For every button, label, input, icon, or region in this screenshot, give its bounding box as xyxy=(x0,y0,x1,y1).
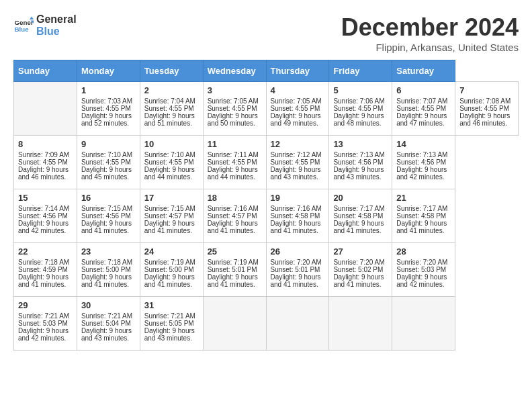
table-row: 1Sunrise: 7:03 AMSunset: 4:55 PMDaylight… xyxy=(77,82,140,136)
calendar-week-5: 29Sunrise: 7:21 AMSunset: 5:03 PMDayligh… xyxy=(14,297,519,351)
table-row: 12Sunrise: 7:12 AMSunset: 4:55 PMDayligh… xyxy=(266,136,329,189)
table-row: 30Sunrise: 7:21 AMSunset: 5:04 PMDayligh… xyxy=(77,297,140,351)
table-row: 20Sunrise: 7:17 AMSunset: 4:58 PMDayligh… xyxy=(329,189,392,243)
table-row xyxy=(203,297,266,351)
table-row: 17Sunrise: 7:15 AMSunset: 4:57 PMDayligh… xyxy=(140,189,203,243)
logo-general: General xyxy=(36,13,77,25)
table-row: 6Sunrise: 7:07 AMSunset: 4:55 PMDaylight… xyxy=(392,82,455,136)
table-row: 13Sunrise: 7:13 AMSunset: 4:56 PMDayligh… xyxy=(329,136,392,189)
table-row: 11Sunrise: 7:11 AMSunset: 4:55 PMDayligh… xyxy=(203,136,266,189)
table-row: 24Sunrise: 7:19 AMSunset: 5:00 PMDayligh… xyxy=(140,243,203,297)
table-row: 14Sunrise: 7:13 AMSunset: 4:56 PMDayligh… xyxy=(392,136,455,189)
col-monday: Monday xyxy=(77,60,140,82)
table-row: 4Sunrise: 7:05 AMSunset: 4:55 PMDaylight… xyxy=(266,82,329,136)
header-row: Sunday Monday Tuesday Wednesday Thursday… xyxy=(14,60,519,82)
logo-blue: Blue xyxy=(36,26,60,37)
table-row xyxy=(329,297,392,351)
table-row: 7Sunrise: 7:08 AMSunset: 4:55 PMDaylight… xyxy=(455,82,519,136)
svg-text:General: General xyxy=(15,19,34,26)
col-tuesday: Tuesday xyxy=(140,60,203,82)
subtitle: Flippin, Arkansas, United States xyxy=(341,42,519,53)
calendar-week-3: 15Sunrise: 7:14 AMSunset: 4:56 PMDayligh… xyxy=(14,189,519,243)
col-wednesday: Wednesday xyxy=(203,60,266,82)
col-thursday: Thursday xyxy=(266,60,329,82)
table-row: 25Sunrise: 7:19 AMSunset: 5:01 PMDayligh… xyxy=(203,243,266,297)
table-row: 18Sunrise: 7:16 AMSunset: 4:57 PMDayligh… xyxy=(203,189,266,243)
table-row: 8Sunrise: 7:09 AMSunset: 4:55 PMDaylight… xyxy=(14,136,77,189)
table-row: 15Sunrise: 7:14 AMSunset: 4:56 PMDayligh… xyxy=(14,189,77,243)
table-row: 21Sunrise: 7:17 AMSunset: 4:58 PMDayligh… xyxy=(392,189,455,243)
table-row: 22Sunrise: 7:18 AMSunset: 4:59 PMDayligh… xyxy=(14,243,77,297)
table-row: 27Sunrise: 7:20 AMSunset: 5:02 PMDayligh… xyxy=(329,243,392,297)
main-title: December 2024 xyxy=(341,13,519,42)
table-row: 2Sunrise: 7:04 AMSunset: 4:55 PMDaylight… xyxy=(140,82,203,136)
table-row: 3Sunrise: 7:05 AMSunset: 4:55 PMDaylight… xyxy=(203,82,266,136)
table-row xyxy=(266,297,329,351)
svg-marker-2 xyxy=(30,17,34,20)
logo: General Blue General Blue xyxy=(13,13,77,38)
calendar-week-1: 1Sunrise: 7:03 AMSunset: 4:55 PMDaylight… xyxy=(14,82,519,136)
calendar-week-2: 8Sunrise: 7:09 AMSunset: 4:55 PMDaylight… xyxy=(14,136,519,189)
table-row xyxy=(14,82,77,136)
table-row: 23Sunrise: 7:18 AMSunset: 5:00 PMDayligh… xyxy=(77,243,140,297)
calendar-week-4: 22Sunrise: 7:18 AMSunset: 4:59 PMDayligh… xyxy=(14,243,519,297)
table-row: 31Sunrise: 7:21 AMSunset: 5:05 PMDayligh… xyxy=(140,297,203,351)
svg-text:Blue: Blue xyxy=(15,26,30,33)
table-row: 9Sunrise: 7:10 AMSunset: 4:55 PMDaylight… xyxy=(77,136,140,189)
title-section: December 2024 Flippin, Arkansas, United … xyxy=(341,13,519,53)
col-friday: Friday xyxy=(329,60,392,82)
table-row: 5Sunrise: 7:06 AMSunset: 4:55 PMDaylight… xyxy=(329,82,392,136)
header: General Blue General Blue December 2024 … xyxy=(13,13,519,53)
table-row: 26Sunrise: 7:20 AMSunset: 5:01 PMDayligh… xyxy=(266,243,329,297)
table-row: 29Sunrise: 7:21 AMSunset: 5:03 PMDayligh… xyxy=(14,297,77,351)
table-row: 16Sunrise: 7:15 AMSunset: 4:56 PMDayligh… xyxy=(77,189,140,243)
col-sunday: Sunday xyxy=(14,60,77,82)
col-saturday: Saturday xyxy=(392,60,455,82)
table-row: 10Sunrise: 7:10 AMSunset: 4:55 PMDayligh… xyxy=(140,136,203,189)
table-row: 19Sunrise: 7:16 AMSunset: 4:58 PMDayligh… xyxy=(266,189,329,243)
table-row xyxy=(392,297,455,351)
logo-icon: General Blue xyxy=(13,15,34,36)
calendar-table: Sunday Monday Tuesday Wednesday Thursday… xyxy=(13,60,519,351)
table-row: 28Sunrise: 7:20 AMSunset: 5:03 PMDayligh… xyxy=(392,243,455,297)
